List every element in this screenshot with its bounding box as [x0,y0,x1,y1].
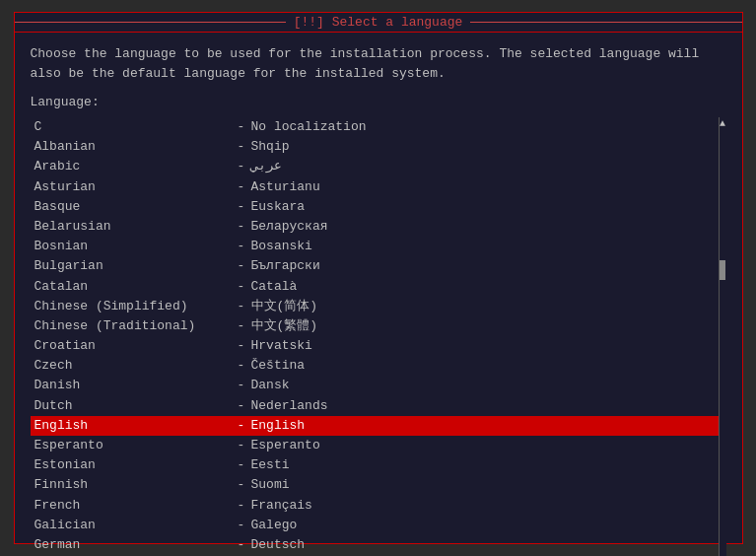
language-separator: - [232,317,251,335]
language-native-name: Čeština [251,357,715,375]
language-native-name: Bosanski [251,238,715,255]
list-item[interactable]: Esperanto-Esperanto [31,436,719,455]
language-native-name: Hrvatski [251,337,715,355]
description-line1: Choose the language to be used for the i… [31,44,726,64]
language-selection-window: [!!] Select a language Choose the langua… [14,12,743,544]
main-content: Choose the language to be used for the i… [15,33,742,556]
language-separator: - [232,397,251,415]
language-separator: - [232,357,251,375]
language-separator: - [232,158,251,175]
language-name: Croatian [34,337,232,355]
window-title: [!!] Select a language [286,15,471,30]
list-item[interactable]: Bulgarian-Български [31,256,719,276]
language-name: Czech [34,357,232,375]
language-separator: - [232,298,251,315]
language-separator: - [232,437,251,454]
list-item[interactable]: Dutch-Nederlands [31,396,719,416]
language-name: Arabic [34,158,232,175]
language-separator: - [232,337,251,355]
language-name: Albanian [34,138,232,156]
list-item[interactable]: Arabic-عربي [31,157,719,176]
language-separator: - [232,456,251,474]
list-item[interactable]: Croatian-Hrvatski [31,336,719,356]
language-name: Bosnian [34,238,232,255]
scrollbar[interactable]: ▲ ▼ [719,117,726,556]
language-separator: - [232,517,251,534]
language-name: English [34,417,232,435]
list-item[interactable]: Belarusian-Беларуская [31,217,719,237]
language-name: Danish [34,377,232,394]
title-bar: [!!] Select a language [15,13,742,33]
language-separator: - [232,118,251,136]
language-separator: - [232,497,251,515]
language-name: Finnish [34,476,232,494]
list-item[interactable]: German-Deutsch [31,535,719,555]
language-native-name: Català [251,278,715,296]
language-name: Bulgarian [34,257,232,275]
language-native-name: Galego [251,517,715,534]
language-native-name: Български [251,257,715,275]
language-separator: - [232,238,251,255]
list-item[interactable]: Estonian-Eesti [31,455,719,475]
list-item[interactable]: English-English [31,416,719,436]
description-line2: also be the default language for the ins… [31,64,726,84]
language-native-name: Shqip [251,138,715,156]
description-text: Choose the language to be used for the i… [31,44,726,83]
list-item[interactable]: Chinese (Simplified)-中文(简体) [31,297,719,316]
scrollbar-thumb[interactable] [720,260,725,280]
list-item[interactable]: Finnish-Suomi [31,475,719,495]
language-label: Language: [31,95,726,109]
language-name: Asturian [34,178,232,196]
language-separator: - [232,257,251,275]
language-native-name: Беларуская [251,218,715,236]
language-name: C [34,118,232,136]
list-item[interactable]: Asturian-Asturianu [31,177,719,197]
language-native-name: English [251,417,715,435]
language-separator: - [232,218,251,236]
language-native-name: Euskara [251,198,715,216]
language-native-name: عربي [251,158,715,175]
list-item[interactable]: Catalan-Català [31,277,719,297]
language-separator: - [232,178,251,196]
language-native-name: Français [251,497,715,515]
language-native-name: Esperanto [251,437,715,454]
list-item[interactable]: Chinese (Traditional)-中文(繁體) [31,316,719,336]
language-name: Esperanto [34,437,232,454]
language-separator: - [232,198,251,216]
language-separator: - [232,278,251,296]
language-name: Basque [34,198,232,216]
language-native-name: Deutsch [251,536,715,554]
list-item[interactable]: Bosnian-Bosanski [31,237,719,256]
language-name: Belarusian [34,218,232,236]
language-native-name: Nederlands [251,397,715,415]
language-list[interactable]: C-No localizationAlbanian-ShqipArabic-عر… [31,117,719,556]
scrollbar-track [720,131,725,556]
language-list-container: C-No localizationAlbanian-ShqipArabic-عر… [31,117,726,556]
language-name: German [34,536,232,554]
language-name: Estonian [34,456,232,474]
title-bar-line-right [470,22,741,23]
language-name: Galician [34,517,232,534]
list-item[interactable]: Czech-Čeština [31,356,719,376]
list-item[interactable]: Albanian-Shqip [31,137,719,157]
language-native-name: Suomi [251,476,715,494]
language-name: Chinese (Simplified) [34,298,232,315]
list-item[interactable]: French-Français [31,496,719,516]
list-item[interactable]: Galician-Galego [31,516,719,535]
language-separator: - [232,377,251,394]
language-native-name: 中文(繁體) [251,317,715,335]
language-native-name: Eesti [251,456,715,474]
list-item[interactable]: Danish-Dansk [31,376,719,395]
language-native-name: Asturianu [251,178,715,196]
language-separator: - [232,536,251,554]
language-name: French [34,497,232,515]
language-separator: - [232,476,251,494]
language-separator: - [232,417,251,435]
list-item[interactable]: C-No localization [31,117,719,137]
language-name: Catalan [34,278,232,296]
list-item[interactable]: Basque-Euskara [31,197,719,217]
language-name: Dutch [34,397,232,415]
scroll-up-arrow[interactable]: ▲ [720,119,725,129]
language-native-name: Dansk [251,377,715,394]
language-separator: - [232,138,251,156]
